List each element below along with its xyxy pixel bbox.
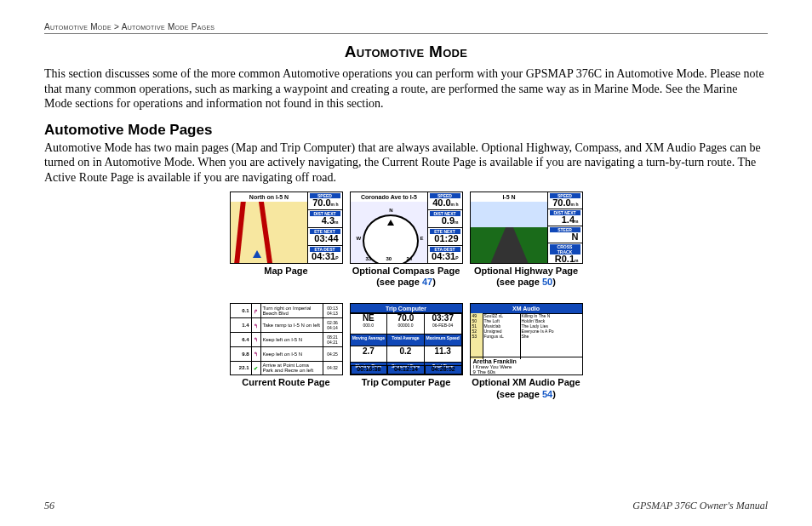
caption-text: ) — [552, 389, 556, 399]
value: 01:29 — [434, 233, 458, 243]
manual-title: GPSMAP 376C Owner's Manual — [632, 500, 768, 512]
value: 04:12:14 — [387, 365, 425, 374]
card-highway-page: I-5 N 300 NW 330 345 N 015 030 SPEED70.0… — [470, 192, 583, 288]
turn-icon: ↰ — [252, 347, 261, 361]
sub: 000.0 — [351, 323, 387, 328]
thumb-highway: I-5 N 300 NW 330 345 N 015 030 SPEED70.0… — [470, 192, 583, 264]
dist: 1.4 — [231, 318, 252, 332]
value: 03:37 — [425, 314, 461, 323]
map-road — [234, 202, 246, 263]
unit: m — [575, 219, 578, 224]
turn-icon: ↰ — [252, 318, 261, 332]
value: 0.2 — [400, 346, 412, 356]
sub: 00000.0 — [387, 323, 424, 328]
value: 04:31 — [312, 251, 335, 261]
xm-channel-nums: 49 50 51 52 53 — [471, 313, 483, 359]
caption-compass: Optional Compass Page (see page 47) — [350, 266, 463, 288]
instruction: Arrive at Point Loma Park and Recre on l… — [261, 362, 323, 375]
caption-text: Optional Highway Page (see page — [474, 266, 578, 287]
thumb-xm: XM Audio 49 50 51 52 53 Soul2Z xL The Lo… — [470, 303, 583, 375]
dist: 6.4 — [231, 333, 252, 346]
highway-sky — [471, 202, 548, 227]
intro-paragraph: This section discusses some of the more … — [44, 66, 768, 111]
unit: P — [455, 255, 458, 260]
unit: m h — [331, 202, 339, 207]
caption-trip: Trip Computer Page — [350, 377, 463, 388]
breadcrumb-section: Automotive Mode — [44, 22, 112, 31]
page-title: Automotive Mode — [44, 43, 768, 61]
caption-text: ) — [552, 277, 556, 287]
value: 00:16:38 — [351, 365, 388, 374]
unit: m h — [571, 202, 579, 207]
time: 04:21 — [327, 340, 338, 345]
page-ref-link[interactable]: 47 — [422, 277, 432, 287]
thumb-route: 0.1↱Turn right on Imperial Beach Blvd00:… — [230, 303, 343, 375]
route-rows: 0.1↱Turn right on Imperial Beach Blvd00:… — [231, 304, 342, 374]
name: Fungus xL — [483, 334, 520, 339]
card-compass-page: Coronado Ave to I-5 N W E 33 24 30 SPEED… — [350, 192, 463, 288]
card-trip-page: Trip Computer NE000.0 70.000000.0 03:370… — [350, 303, 463, 399]
time: 04:14 — [327, 325, 338, 330]
section-paragraph: Automotive Mode has two main pages (Map … — [44, 140, 768, 186]
turn-icon: ↱ — [252, 304, 261, 317]
time: 04:25 — [327, 352, 338, 357]
caption-text: Optional XM Audio Page (see page — [472, 377, 580, 398]
value: 70.0 — [552, 197, 570, 208]
value: 70.0 — [387, 314, 424, 323]
caption-map: Map Page — [230, 266, 343, 277]
section-heading: Automotive Mode Pages — [44, 122, 768, 139]
thumb-map: North on I-5 N SPEED70.0m h DIST NEXT4.3… — [230, 192, 343, 264]
breadcrumb: Automotive Mode > Automotive Mode Pages — [44, 22, 768, 34]
value: 2.7 — [363, 346, 375, 356]
instruction: Keep left on I-5 N — [261, 347, 323, 361]
unit: m h — [451, 202, 459, 207]
manual-page: Automotive Mode > Automotive Mode Pages … — [0, 0, 812, 526]
xm-channel-names: Soul2Z xL The Loft Musiclab Unsigned Fun… — [483, 313, 521, 359]
label: Maximum Speed — [424, 334, 462, 347]
thumb-compass: Coronado Ave to I-5 N W E 33 24 30 SPEED… — [350, 192, 463, 264]
card-map-page: North on I-5 N SPEED70.0m h DIST NEXT4.3… — [230, 192, 343, 288]
instruction: Keep left on I-5 N — [261, 333, 323, 346]
value: NE — [351, 314, 387, 323]
value: 4.3 — [322, 215, 335, 226]
label: Moving Average — [350, 334, 388, 347]
breadcrumb-page: Automotive Mode Pages — [122, 22, 215, 31]
unit: m — [575, 258, 578, 263]
tick: 24 — [407, 256, 413, 261]
vehicle-icon — [253, 250, 261, 258]
xm-songs: Killing In The N Holdin' Back The Lady L… — [520, 313, 582, 359]
page-ref-link[interactable]: 54 — [542, 389, 552, 399]
caption-xm: Optional XM Audio Page (see page 54) — [470, 377, 583, 399]
caption-text: ) — [432, 277, 436, 287]
page-ref-link[interactable]: 50 — [542, 277, 552, 287]
value: 40.0 — [432, 197, 450, 208]
caption-highway: Optional Highway Page (see page 50) — [470, 266, 583, 288]
time: 04:32 — [327, 365, 338, 370]
unit: P — [335, 255, 338, 260]
caption-route: Current Route Page — [230, 377, 343, 388]
tick: N — [389, 208, 392, 213]
tick: 33 — [366, 256, 372, 261]
artist: Aretha Franklin — [473, 358, 517, 364]
ch: 53 — [471, 334, 483, 339]
unit: m — [455, 220, 458, 225]
time: 04:13 — [327, 311, 338, 316]
dist: 9.8 — [231, 347, 252, 361]
thumbnails-row-1: North on I-5 N SPEED70.0m h DIST NEXT4.3… — [44, 192, 768, 288]
tick: E — [420, 236, 423, 241]
map-background — [231, 202, 308, 263]
dist: 0.1 — [231, 304, 252, 317]
map-data-strip: SPEED70.0m h DIST NEXT4.3m ETE NEXT03:44… — [307, 192, 342, 263]
song: She — [520, 334, 582, 339]
value: 04:31 — [432, 251, 455, 261]
value: 0.9 — [442, 215, 455, 226]
tick: W — [357, 236, 362, 241]
turn-icon: ↰ — [252, 333, 261, 346]
caption-text: Optional Compass Page (see page — [352, 266, 460, 287]
instruction: Take ramp to I-5 N on left — [261, 318, 323, 332]
sub: 06-FEB-04 — [425, 323, 461, 328]
instruction: Turn right on Imperial Beach Blvd — [261, 304, 323, 317]
arrive-icon: ✔ — [252, 362, 261, 375]
unit: m — [335, 220, 338, 225]
value: 70.0 — [312, 197, 330, 208]
